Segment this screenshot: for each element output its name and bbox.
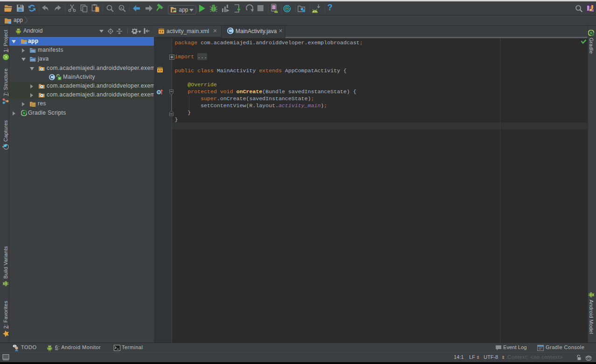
svg-text:A: A: [120, 6, 123, 10]
